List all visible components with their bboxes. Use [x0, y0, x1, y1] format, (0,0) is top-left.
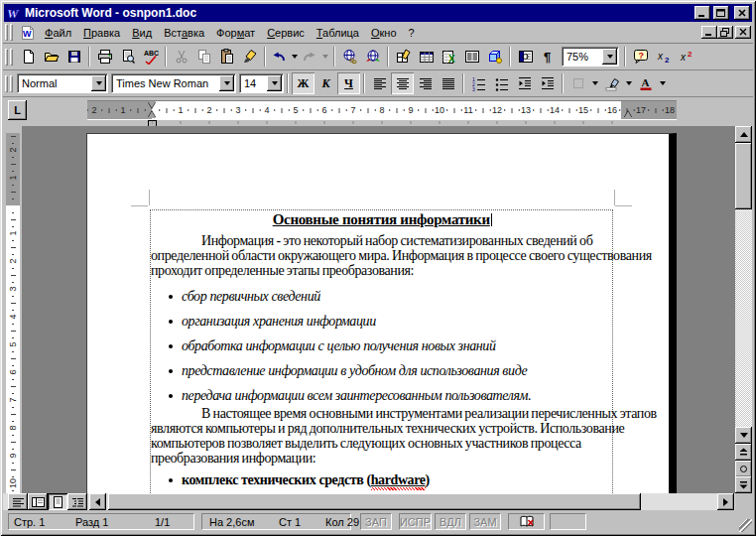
paragraph-1[interactable]: Информация - это некоторый набор система… — [151, 233, 627, 278]
menu-item[interactable]: Таблица — [311, 24, 365, 42]
bullet-item[interactable]: представление информации в удобном для и… — [151, 358, 627, 383]
menu-item[interactable]: Вид — [126, 24, 158, 42]
undo-button[interactable] — [269, 46, 289, 67]
decrease-indent-button[interactable] — [513, 72, 536, 94]
status-ovr-toggle[interactable]: ЗАМ — [469, 513, 501, 530]
bullet-item[interactable]: организация хранения информации — [151, 309, 627, 334]
align-center-button[interactable] — [391, 72, 414, 94]
font-dropdown-icon[interactable] — [219, 75, 234, 91]
subscript-button[interactable]: x2 — [652, 46, 675, 67]
office-assistant-button[interactable]: ? — [629, 46, 652, 67]
increase-indent-button[interactable] — [536, 72, 559, 94]
zoom-combobox[interactable]: 75% — [562, 47, 619, 67]
paragraph-2[interactable]: В настоящее время основными инструментам… — [151, 406, 627, 466]
paste-button[interactable] — [215, 46, 238, 67]
outline-view-button[interactable] — [67, 493, 87, 510]
font-combobox[interactable]: Times New Roman — [111, 73, 236, 93]
insert-hyperlink-button[interactable] — [338, 46, 361, 67]
spelling-button[interactable]: ABC — [139, 46, 162, 67]
redo-button[interactable] — [300, 46, 319, 67]
highlight-button[interactable] — [600, 72, 623, 94]
tab-selector-button[interactable]: L — [8, 100, 27, 120]
status-ext-toggle[interactable]: ВДЛ — [435, 513, 466, 530]
italic-button[interactable]: К — [315, 72, 337, 94]
font-size-dropdown-icon[interactable] — [267, 75, 282, 91]
close-button[interactable] — [734, 6, 750, 20]
show-paragraph-marks-button[interactable]: ¶ — [537, 46, 560, 67]
borders-button[interactable] — [567, 72, 589, 94]
doc-close-button[interactable] — [735, 26, 751, 39]
borders-dropdown[interactable] — [589, 72, 600, 94]
doc-minimize-button[interactable] — [701, 26, 717, 39]
save-button[interactable] — [63, 46, 85, 67]
page-layout-view-button[interactable] — [48, 493, 67, 510]
open-button[interactable] — [40, 46, 63, 67]
doc-restore-button[interactable] — [717, 26, 733, 39]
menu-item[interactable]: Правка — [77, 24, 126, 42]
bulleted-list-button[interactable] — [490, 72, 513, 94]
superscript-button[interactable]: x2 — [675, 46, 697, 67]
menu-item[interactable]: Формат — [210, 24, 261, 42]
bullet-item[interactable]: обработка информации с целью получения н… — [151, 334, 627, 358]
tables-and-borders-button[interactable] — [392, 46, 415, 67]
cut-button[interactable] — [170, 46, 192, 67]
right-indent-marker[interactable] — [624, 111, 632, 118]
menu-item[interactable]: ? — [403, 24, 421, 42]
scroll-right-button[interactable] — [717, 493, 734, 510]
vertical-scroll-thumb[interactable] — [735, 143, 752, 209]
print-preview-button[interactable] — [116, 46, 139, 67]
redo-dropdown[interactable] — [319, 46, 330, 67]
style-dropdown-icon[interactable] — [91, 75, 106, 91]
first-line-indent-marker[interactable] — [148, 101, 156, 108]
numbered-list-button[interactable]: 123 — [467, 72, 490, 94]
menubar-grip[interactable] — [5, 24, 14, 41]
font-color-button[interactable]: А — [634, 72, 657, 94]
highlight-dropdown[interactable] — [623, 72, 634, 94]
formatting-toolbar-grip[interactable] — [5, 75, 14, 92]
font-color-dropdown[interactable] — [657, 72, 668, 94]
menu-item[interactable]: Вставка — [158, 24, 210, 42]
justify-button[interactable] — [437, 72, 459, 94]
horizontal-scrollbar[interactable] — [3, 493, 735, 510]
web-layout-view-button[interactable] — [28, 493, 48, 510]
maximize-button[interactable] — [713, 6, 729, 20]
document-text[interactable]: Основные понятия информатики Информация … — [151, 134, 614, 493]
bold-button[interactable]: Ж — [292, 72, 315, 94]
next-page-button[interactable] — [735, 476, 752, 493]
standard-toolbar-grip[interactable] — [5, 49, 14, 66]
new-document-button[interactable] — [17, 46, 40, 67]
horizontal-scroll-thumb[interactable] — [108, 493, 641, 510]
print-button[interactable] — [93, 46, 116, 67]
browse-object-button[interactable] — [735, 461, 752, 477]
status-rev-toggle[interactable]: ИСПР — [399, 513, 432, 530]
align-left-button[interactable] — [368, 72, 391, 94]
normal-view-button[interactable] — [8, 493, 28, 510]
bullet-item[interactable]: сбор первичных сведений — [151, 284, 627, 309]
vertical-scrollbar[interactable] — [735, 126, 752, 493]
document-heading[interactable]: Основные понятия информатики — [151, 211, 614, 228]
insert-excel-worksheet-button[interactable]: X — [438, 46, 460, 67]
zoom-dropdown-icon[interactable] — [602, 49, 617, 65]
font-size-combobox[interactable]: 14 — [239, 73, 284, 93]
menu-item[interactable]: Файл — [39, 24, 77, 42]
hanging-indent-marker[interactable] — [148, 111, 156, 118]
bold-bullet-item[interactable]: комплекс технических средств (hardware) — [151, 472, 627, 488]
align-right-button[interactable] — [414, 72, 437, 94]
resize-grip[interactable] — [739, 519, 752, 532]
format-painter-button[interactable] — [238, 46, 261, 67]
undo-dropdown[interactable] — [289, 46, 300, 67]
drawing-button[interactable] — [483, 46, 506, 67]
columns-button[interactable] — [460, 46, 483, 67]
page[interactable]: Основные понятия информатики Информация … — [86, 133, 677, 493]
bullet-item[interactable]: передача информации всем заинтересованны… — [151, 383, 627, 408]
previous-page-button[interactable] — [735, 444, 752, 461]
status-rec-toggle[interactable]: ЗАП — [360, 513, 392, 530]
menu-item[interactable]: Сервис — [261, 24, 311, 42]
document-map-button[interactable] — [514, 46, 537, 67]
underline-button[interactable]: Ч — [337, 72, 360, 94]
insert-table-button[interactable] — [415, 46, 438, 67]
web-toolbar-button[interactable] — [361, 46, 384, 67]
scroll-down-button[interactable] — [735, 427, 752, 444]
scroll-left-button[interactable] — [89, 493, 106, 510]
style-combobox[interactable]: Normal — [17, 73, 108, 93]
